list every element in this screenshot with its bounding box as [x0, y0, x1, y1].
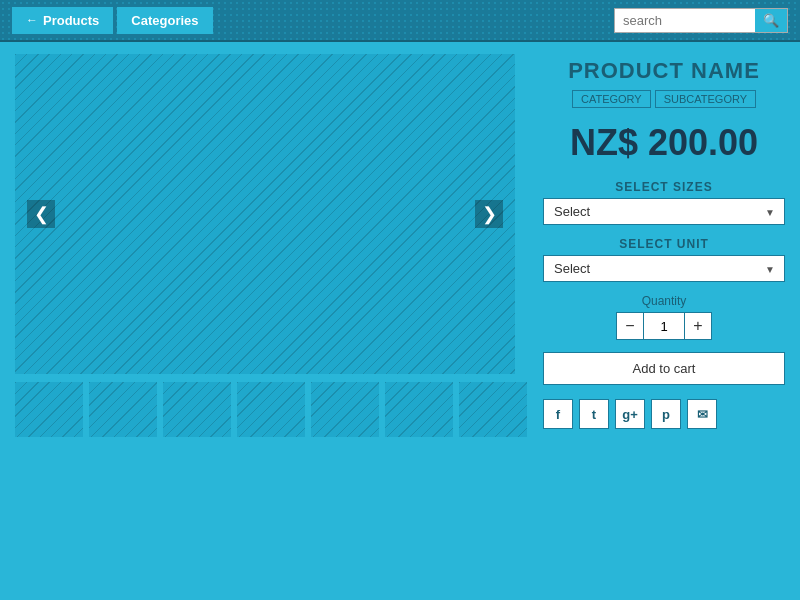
search-input[interactable] [615, 9, 755, 32]
search-container: 🔍 [614, 8, 788, 33]
products-button[interactable]: ← Products [12, 7, 113, 34]
sizes-select[interactable]: Select [543, 198, 785, 225]
add-to-cart-label: Add to cart [633, 361, 696, 376]
unit-select[interactable]: Select [543, 255, 785, 282]
twitter-icon: t [592, 407, 596, 422]
thumbnail-4[interactable] [237, 382, 305, 437]
facebook-button[interactable]: f [543, 399, 573, 429]
quantity-controls: − + [543, 312, 785, 340]
quantity-decrease-button[interactable]: − [616, 312, 644, 340]
email-button[interactable]: ✉ [687, 399, 717, 429]
search-button[interactable]: 🔍 [755, 9, 787, 32]
thumbnail-row [15, 382, 527, 437]
categories-button[interactable]: Categories [117, 7, 212, 34]
product-price: NZ$ 200.00 [543, 122, 785, 164]
product-name: PRODUCT NAME [543, 58, 785, 84]
thumbnail-5[interactable] [311, 382, 379, 437]
quantity-increase-button[interactable]: + [684, 312, 712, 340]
category-badge: CATEGORY [572, 90, 651, 108]
product-info: PRODUCT NAME CATEGORY subcategory NZ$ 20… [543, 54, 785, 437]
search-icon: 🔍 [763, 13, 779, 28]
pinterest-button[interactable]: p [651, 399, 681, 429]
thumbnail-7[interactable] [459, 382, 527, 437]
back-arrow-icon: ← [26, 13, 38, 27]
thumbnail-1[interactable] [15, 382, 83, 437]
unit-select-wrapper: Select [543, 255, 785, 282]
navbar: ← Products Categories 🔍 [0, 0, 800, 42]
carousel-prev-button[interactable]: ❮ [27, 200, 55, 228]
sizes-select-wrapper: Select [543, 198, 785, 225]
quantity-input[interactable] [644, 312, 684, 340]
main-product-image: ❮ ❯ [15, 54, 515, 374]
chevron-right-icon: ❯ [482, 203, 497, 225]
navbar-left: ← Products Categories [12, 7, 213, 34]
image-section: ❮ ❯ [15, 54, 527, 437]
facebook-icon: f [556, 407, 560, 422]
select-unit-label: SELECT UNIT [543, 237, 785, 251]
quantity-label: Quantity [543, 294, 785, 308]
subcategory-badge: subcategory [655, 90, 756, 108]
quantity-section: Quantity − + [543, 294, 785, 340]
category-badges: CATEGORY subcategory [543, 90, 785, 108]
carousel-next-button[interactable]: ❯ [475, 200, 503, 228]
thumbnail-6[interactable] [385, 382, 453, 437]
products-label: Products [43, 13, 99, 28]
googleplus-icon: g+ [622, 407, 638, 422]
add-to-cart-button[interactable]: Add to cart [543, 352, 785, 385]
email-icon: ✉ [697, 407, 708, 422]
pinterest-icon: p [662, 407, 670, 422]
googleplus-button[interactable]: g+ [615, 399, 645, 429]
thumbnail-3[interactable] [163, 382, 231, 437]
twitter-button[interactable]: t [579, 399, 609, 429]
select-sizes-label: SELECT SIZES [543, 180, 785, 194]
chevron-left-icon: ❮ [34, 203, 49, 225]
categories-label: Categories [131, 13, 198, 28]
main-content: ❮ ❯ PRODUCT NAME CATEGORY subcategory NZ… [0, 42, 800, 449]
social-icons: f t g+ p ✉ [543, 399, 785, 429]
thumbnail-2[interactable] [89, 382, 157, 437]
